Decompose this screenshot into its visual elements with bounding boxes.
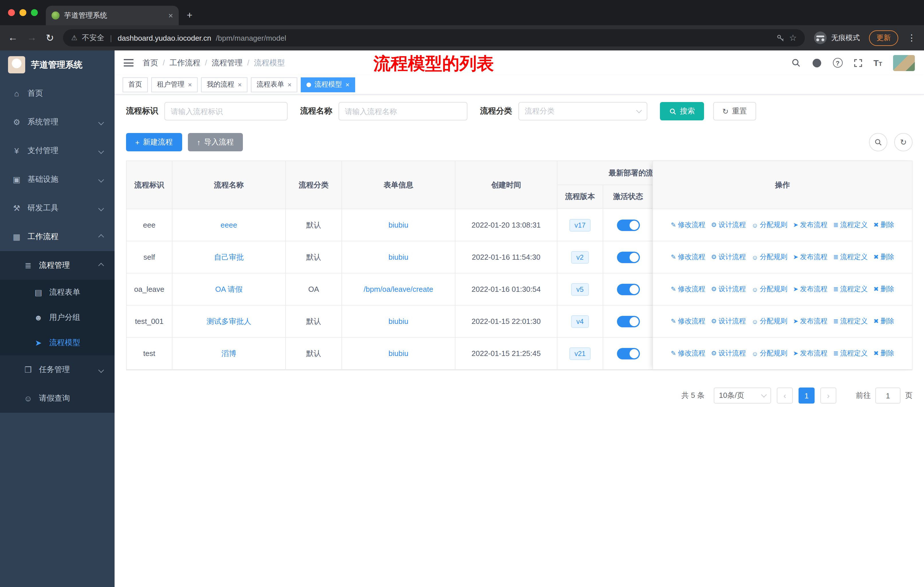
sidebar-item-home[interactable]: ⌂ 首页 [0,79,115,108]
breadcrumb-item[interactable]: 工作流程 [170,58,201,68]
back-button[interactable]: ← [8,32,18,43]
action-modify-process[interactable]: ✎修改流程 [671,349,705,358]
action-design-process[interactable]: ⚙设计流程 [711,284,746,294]
address-bar[interactable]: ⚠ 不安全 | dashboard.yudao.iocoder.cn /bpm/… [63,29,805,46]
collapse-sidebar-icon[interactable] [124,59,134,66]
action-design-process[interactable]: ⚙设计流程 [711,349,746,358]
action-design-process[interactable]: ⚙设计流程 [711,252,746,262]
action-assign-rules[interactable]: ☺分配规则 [752,284,787,294]
form-info-link[interactable]: biubiu [388,349,408,358]
goto-page-input[interactable] [875,387,901,403]
active-status-toggle[interactable] [617,316,640,327]
action-publish-process[interactable]: ➤发布流程 [793,252,827,262]
action-publish-process[interactable]: ➤发布流程 [793,349,827,358]
sidebar-item-process-management[interactable]: ≣ 流程管理 [0,251,115,280]
sidebar-item-user-group[interactable]: ☻ 用户分组 [0,305,115,330]
action-process-definition[interactable]: ≣流程定义 [833,284,868,294]
font-size-icon[interactable]: TT [873,58,882,68]
action-modify-process[interactable]: ✎修改流程 [671,252,705,262]
action-assign-rules[interactable]: ☺分配规则 [752,252,787,262]
reload-button[interactable]: ↻ [46,32,54,44]
help-icon[interactable]: ? [833,58,842,68]
process-name-link[interactable]: 测试多审批人 [206,316,251,326]
process-name-link[interactable]: OA 请假 [215,284,242,294]
sidebar-item-payment-management[interactable]: ¥ 支付管理 [0,136,115,165]
close-icon[interactable]: × [287,81,292,89]
tag-process-form[interactable]: 流程表单 × [251,77,297,92]
process-id-input[interactable] [164,102,287,121]
action-modify-process[interactable]: ✎修改流程 [671,220,705,230]
forward-button[interactable]: → [27,32,37,43]
user-avatar[interactable] [893,55,915,71]
action-modify-process[interactable]: ✎修改流程 [671,284,705,294]
process-name-link[interactable]: eeee [221,221,237,229]
action-publish-process[interactable]: ➤发布流程 [793,220,827,230]
category-select[interactable]: 流程分类 [518,102,647,121]
action-delete[interactable]: ✖删除 [874,349,894,358]
active-status-toggle[interactable] [617,283,640,295]
tag-my-process[interactable]: 我的流程 × [201,77,248,92]
sidebar-item-task-management[interactable]: ❒ 任务管理 [0,356,115,384]
tag-process-model[interactable]: 流程模型 × [301,77,355,92]
key-icon[interactable] [776,33,784,42]
process-name-link[interactable]: 滔博 [221,348,236,359]
sidebar-item-workflow[interactable]: ▦ 工作流程 [0,222,115,251]
process-name-link[interactable]: 自己审批 [214,252,244,262]
browser-tab[interactable]: 芋道管理系统 × [46,6,179,25]
close-icon[interactable]: × [238,81,242,89]
breadcrumb-item[interactable]: 首页 [143,58,158,68]
process-name-input[interactable] [338,102,467,121]
action-process-definition[interactable]: ≣流程定义 [833,349,868,358]
action-modify-process[interactable]: ✎修改流程 [671,316,705,326]
sidebar-item-process-model[interactable]: ➤ 流程模型 [0,330,115,356]
window-zoom-button[interactable] [31,9,38,16]
action-assign-rules[interactable]: ☺分配规则 [752,220,787,230]
prev-page-button[interactable]: ‹ [777,387,793,403]
action-design-process[interactable]: ⚙设计流程 [711,220,746,230]
form-info-link[interactable]: biubiu [388,221,408,229]
close-icon[interactable]: × [188,81,192,89]
action-process-definition[interactable]: ≣流程定义 [833,220,868,230]
action-process-definition[interactable]: ≣流程定义 [833,316,868,326]
reset-button[interactable]: ↻ 重置 [713,102,756,121]
form-info-link[interactable]: biubiu [388,317,408,326]
form-info-link[interactable]: /bpm/oa/leave/create [364,285,433,293]
bookmark-star-icon[interactable]: ☆ [789,33,797,43]
tag-home[interactable]: 首页 [122,77,148,92]
action-publish-process[interactable]: ➤发布流程 [793,316,827,326]
fullscreen-icon[interactable] [853,58,863,67]
action-design-process[interactable]: ⚙设计流程 [711,316,746,326]
action-process-definition[interactable]: ≣流程定义 [833,252,868,262]
sidebar-item-infrastructure[interactable]: ▣ 基础设施 [0,165,115,194]
search-icon[interactable] [791,58,800,68]
current-page-button[interactable]: 1 [799,387,815,403]
window-close-button[interactable] [8,9,15,16]
sidebar-item-dev-tools[interactable]: ⚒ 研发工具 [0,194,115,222]
action-delete[interactable]: ✖删除 [874,284,894,294]
action-delete[interactable]: ✖删除 [874,316,894,326]
active-status-toggle[interactable] [617,219,640,231]
page-size-select[interactable]: 10条/页 [714,387,771,403]
create-process-button[interactable]: + 新建流程 [126,133,182,151]
next-page-button[interactable]: › [820,387,837,403]
github-icon[interactable] [812,58,822,68]
close-icon[interactable]: × [345,81,350,89]
action-assign-rules[interactable]: ☺分配规则 [752,349,787,358]
form-info-link[interactable]: biubiu [388,253,408,261]
sidebar-item-leave-query[interactable]: ☺ 请假查询 [0,384,115,413]
breadcrumb-item[interactable]: 流程管理 [212,58,243,68]
tab-close-icon[interactable]: × [168,11,173,20]
import-process-button[interactable]: ↑ 导入流程 [188,133,243,151]
search-button[interactable]: 搜索 [660,102,704,121]
browser-update-button[interactable]: 更新 [869,30,898,46]
action-publish-process[interactable]: ➤发布流程 [793,284,827,294]
show-search-toggle-button[interactable] [869,133,887,151]
refresh-table-button[interactable]: ↻ [894,133,912,151]
sidebar-item-process-form[interactable]: ▤ 流程表单 [0,280,115,305]
new-tab-button[interactable]: + [187,10,193,21]
active-status-toggle[interactable] [617,251,640,263]
window-minimize-button[interactable] [20,9,26,16]
active-status-toggle[interactable] [617,348,640,359]
sidebar-item-system-management[interactable]: ⚙ 系统管理 [0,108,115,136]
action-delete[interactable]: ✖删除 [874,220,894,230]
